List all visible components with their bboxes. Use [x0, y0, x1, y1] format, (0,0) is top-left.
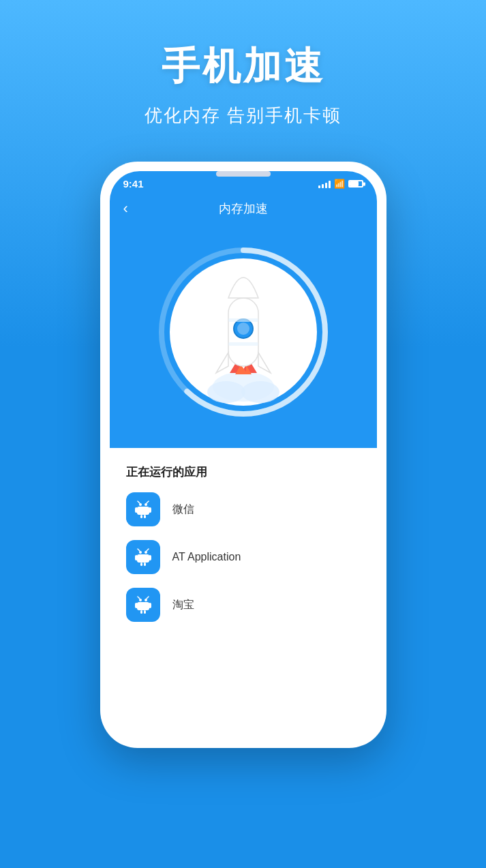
svg-rect-19: [144, 515, 146, 518]
progress-ring: [151, 240, 335, 424]
svg-rect-37: [144, 610, 146, 614]
status-time: 9:41: [123, 178, 144, 190]
svg-rect-24: [137, 554, 149, 563]
nav-title: 内存加速: [219, 200, 268, 217]
signal-icon: [318, 180, 331, 188]
phone-wrapper: 9:41 📶 ‹: [0, 162, 486, 748]
wifi-icon: 📶: [334, 179, 345, 189]
hero-title: 手机加速: [0, 41, 486, 93]
rocket-section: [110, 226, 377, 448]
svg-rect-26: [149, 555, 151, 560]
app-item: 微信: [126, 492, 361, 526]
svg-rect-34: [135, 603, 138, 608]
svg-rect-18: [140, 515, 142, 518]
back-button[interactable]: ‹: [123, 200, 128, 218]
status-icons: 📶: [318, 179, 363, 189]
app-list-section: 正在运行的应用: [110, 448, 377, 738]
svg-line-30: [147, 549, 149, 551]
android-icon: [134, 595, 153, 614]
phone-outer: 9:41 📶 ‹: [100, 162, 386, 748]
nav-bar: ‹ 内存加速: [110, 194, 377, 226]
svg-line-29: [138, 549, 140, 551]
app-icon-taobao: [126, 588, 160, 622]
app-item: AT Application: [126, 540, 361, 574]
app-icon-at: [126, 540, 160, 574]
hero-subtitle: 优化内存 告别手机卡顿: [0, 104, 486, 128]
svg-rect-33: [137, 602, 149, 610]
hero-section: 手机加速 优化内存 告别手机卡顿: [0, 0, 486, 148]
svg-line-38: [138, 597, 140, 599]
section-title: 正在运行的应用: [126, 464, 361, 480]
android-icon: [134, 500, 153, 519]
svg-rect-12: [228, 318, 258, 322]
app-name-at: AT Application: [172, 551, 241, 563]
svg-line-20: [138, 501, 140, 503]
svg-rect-36: [140, 610, 142, 614]
svg-point-5: [241, 381, 279, 403]
svg-rect-28: [144, 563, 146, 566]
svg-rect-16: [135, 507, 138, 513]
svg-rect-35: [149, 603, 151, 608]
svg-rect-15: [137, 507, 149, 515]
app-item: 淘宝: [126, 588, 361, 622]
svg-point-4: [207, 381, 245, 403]
app-icon-wechat: [126, 492, 160, 526]
svg-line-39: [147, 597, 149, 599]
phone-inner: 9:41 📶 ‹: [110, 171, 377, 738]
app-name-wechat: 微信: [172, 503, 194, 517]
phone-notch: [216, 171, 271, 177]
android-icon: [134, 548, 153, 567]
page-container: 手机加速 优化内存 告别手机卡顿 9:41 📶: [0, 0, 486, 748]
svg-line-21: [147, 501, 149, 503]
app-name-taobao: 淘宝: [172, 598, 194, 612]
svg-point-10: [237, 323, 249, 335]
phone-content: 9:41 📶 ‹: [110, 171, 377, 738]
svg-rect-11: [228, 342, 258, 346]
svg-rect-17: [149, 507, 151, 513]
svg-rect-27: [140, 563, 142, 566]
svg-rect-25: [135, 555, 138, 560]
battery-icon: [348, 180, 363, 188]
